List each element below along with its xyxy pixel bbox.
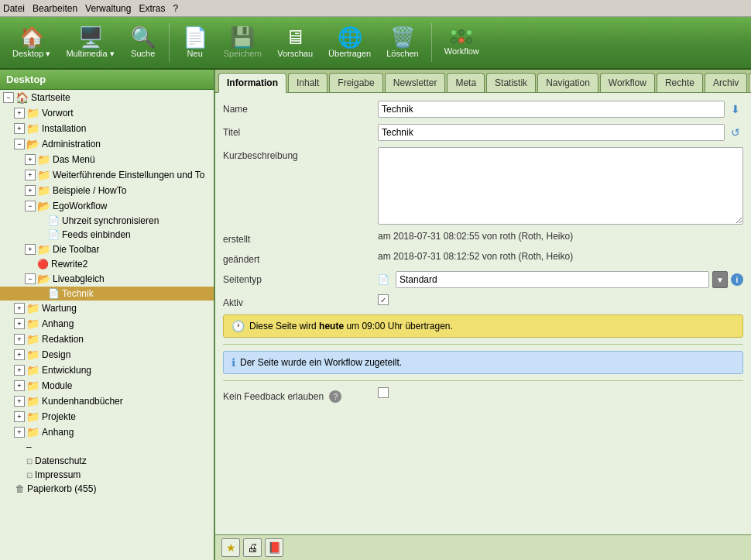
tree-item-uhrzeit[interactable]: 📄 Uhrzeit synchronisieren [0,214,214,228]
print-button[interactable]: 🖨 [243,538,262,557]
seitentyp-dropdown-arrow[interactable]: ▼ [712,271,728,288]
label-aktiv: Aktiv [223,294,378,308]
seitentyp-info-icon[interactable]: i [731,273,743,286]
tab-rechte[interactable]: Rechte [657,73,703,92]
desktop-button[interactable]: 🏠 Desktop ▾ [6,24,57,62]
control-geaendert: am 2018-07-31 08:12:52 von roth (Roth, H… [378,251,743,262]
tree-item-papierkorb[interactable]: 🗑 Papierkorb (455) [0,482,214,496]
tab-navigation[interactable]: Navigation [537,73,598,92]
tree-label-redaktion: Redaktion [42,334,84,345]
expand-anhang2[interactable]: + [14,427,25,438]
multimedia-icon: 🖥️ [78,27,103,47]
tree-item-wartung[interactable]: + 📁 Wartung [0,301,214,316]
pdf-button[interactable]: 📕 [265,538,283,557]
tree-item-rewrite2[interactable]: 🔴 Rewrite2 [0,257,214,271]
seitentyp-select-wrapper: ▼ [396,271,728,288]
expand-installation[interactable]: + [14,123,25,134]
uebertragen-button[interactable]: 🌐 Übertragen [322,24,377,61]
tree-item-design[interactable]: + 📁 Design [0,347,214,362]
tab-information[interactable]: Information [218,73,286,93]
expand-projekte[interactable]: + [14,411,25,422]
tree-item-egoworkflow[interactable]: − 📂 EgoWorkflow [0,198,214,214]
expand-startseite[interactable]: − [3,92,14,103]
neu-icon: 📄 [183,27,207,47]
star-button[interactable]: ★ [221,538,240,557]
expand-liveabgleich[interactable]: − [25,273,36,284]
tree-item-das-menu[interactable]: + 📁 Das Menü [0,152,214,167]
tab-workflow[interactable]: Workflow [600,73,655,92]
titel-action-icon[interactable]: ↺ [728,125,743,140]
checkbox-kein-feedback[interactable] [378,387,389,398]
loeschen-button[interactable]: 🗑️ Löschen [380,24,425,61]
tree-label-beispiele: Beispiele / HowTo [53,185,126,196]
input-titel[interactable] [378,124,725,141]
expand-beispiele[interactable]: + [25,185,36,196]
tree-item-installation[interactable]: + 📁 Installation [0,121,214,136]
expand-weiterfuehrende[interactable]: + [25,170,36,180]
folder-icon-wartung: 📁 [26,302,39,314]
vorschau-icon: 🖥 [285,27,305,47]
tree-item-anhang1[interactable]: + 📁 Anhang [0,316,214,332]
tab-freigabe[interactable]: Freigabe [329,73,382,92]
neu-label: Neu [187,49,203,58]
tree-item-weiterfuehrende[interactable]: + 📁 Weiterführende Einstellungen und To [0,167,214,183]
expand-das-menu[interactable]: + [25,154,36,165]
expand-entwicklung[interactable]: + [14,365,25,376]
tree-label-kundenhandbuecher: Kundenhandbücher [42,396,123,407]
expand-design[interactable]: + [14,349,25,360]
tree-item-entwicklung[interactable]: + 📁 Entwicklung [0,362,214,378]
checkbox-aktiv[interactable] [378,294,389,305]
ego-icon-rewrite2: 🔴 [37,259,49,270]
menu-extras[interactable]: Extras [139,3,165,14]
expand-anhang1[interactable]: + [14,318,25,329]
suche-button[interactable]: 🔍 Suche [124,24,163,61]
kein-feedback-help-icon[interactable]: ? [329,390,341,403]
menu-bar: Datei Bearbeiten Verwaltung Extras ? [0,0,751,17]
tree-item-liveabgleich[interactable]: − 📂 Liveabgleich [0,271,214,287]
expand-vorwort[interactable]: + [14,108,25,119]
expand-kundenhandbuecher[interactable]: + [14,396,25,407]
tree-item-projekte[interactable]: + 📁 Projekte [0,409,214,424]
tree-item-vorwort[interactable]: + 📁 Vorwort [0,105,214,121]
tab-archiv[interactable]: Archiv [705,73,747,92]
input-name[interactable] [378,101,725,118]
folder-icon-anhang2: 📁 [26,426,39,438]
tree-item-beispiele[interactable]: + 📁 Beispiele / HowTo [0,183,214,198]
tree-item-module[interactable]: + 📁 Module [0,378,214,393]
expand-wartung[interactable]: + [14,303,25,314]
vorschau-button[interactable]: 🖥 Vorschau [271,24,319,61]
tree-item-feeds[interactable]: 📄 Feeds einbinden [0,228,214,242]
name-action-icon[interactable]: ⬇ [728,101,743,117]
tab-newsletter[interactable]: Newsletter [385,73,446,92]
expand-die-toolbar[interactable]: + [25,244,36,255]
menu-verwaltung[interactable]: Verwaltung [85,3,131,14]
speichern-button[interactable]: 💾 Speichern [218,24,269,61]
tab-statistik[interactable]: Statistik [486,73,536,92]
tree-item-redaktion[interactable]: + 📁 Redaktion [0,332,214,347]
workflow-button[interactable]: Workflow [438,26,485,59]
tree-item-datenschutz[interactable]: ⊡ Datenschutz [0,454,214,468]
tree-item-anhang2[interactable]: + 📁 Anhang [0,424,214,440]
input-kurzbeschreibung[interactable] [378,147,743,225]
menu-datei[interactable]: Datei [3,3,25,14]
menu-help[interactable]: ? [173,3,178,14]
expand-redaktion[interactable]: + [14,334,25,345]
expand-module[interactable]: + [14,380,25,391]
tree-label-design: Design [42,349,70,360]
tree-item-kundenhandbuecher[interactable]: + 📁 Kundenhandbücher [0,393,214,409]
tree-item-technik[interactable]: 📄 Technik [0,287,214,301]
tree-label-impressum: Impressum [35,469,81,480]
expand-administration[interactable]: − [14,139,25,149]
expand-egoworkflow[interactable]: − [25,201,36,211]
notice-transfer-today: heute [319,321,344,332]
tab-inhalt[interactable]: Inhalt [288,73,327,92]
tree-item-administration[interactable]: − 📂 Administration [0,136,214,152]
tree-item-startseite[interactable]: − 🏠 Startseite [0,90,214,105]
seitentyp-input[interactable] [396,271,709,288]
menu-bearbeiten[interactable]: Bearbeiten [33,3,77,14]
tab-meta[interactable]: Meta [447,73,485,92]
tree-item-impressum[interactable]: ⊡ Impressum [0,468,214,482]
neu-button[interactable]: 📄 Neu [176,24,214,61]
multimedia-button[interactable]: 🖥️ Multimedia ▾ [60,24,120,62]
tree-item-die-toolbar[interactable]: + 📁 Die Toolbar [0,242,214,257]
